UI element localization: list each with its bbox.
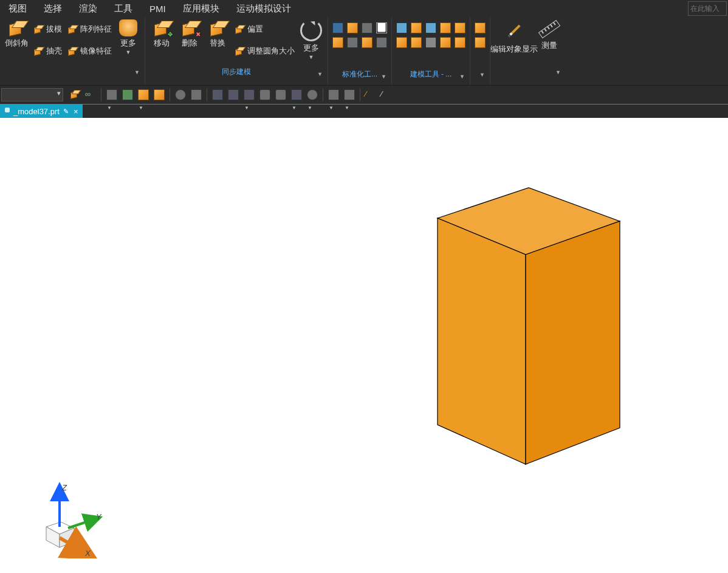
qa-icon-layer2[interactable] (122, 89, 133, 100)
qa-icon-view1[interactable] (175, 89, 186, 100)
chamfer-button[interactable]: 倒斜角 (2, 18, 30, 49)
mod-icon-4[interactable] (440, 22, 451, 33)
feature-more-button[interactable]: 更多▼ (114, 18, 142, 58)
std-icon-2[interactable] (347, 22, 358, 33)
shell-icon (33, 46, 43, 56)
draft-icon (33, 24, 43, 34)
std-icon-6[interactable] (347, 37, 358, 48)
offset-icon (234, 24, 244, 34)
move-icon: ✥ (152, 19, 171, 36)
qa-icon-render1[interactable] (259, 89, 270, 100)
adjust-fillet-label: 调整圆角大小 (247, 46, 295, 57)
part-icon (4, 107, 12, 115)
separator (360, 88, 360, 101)
feature-more-label: 更多▼ (120, 39, 136, 57)
qa-icon-render2[interactable] (275, 89, 286, 100)
menu-motion-sim[interactable]: 运动模拟设计 (228, 1, 300, 17)
mod-icon-6[interactable] (396, 37, 407, 48)
adjust-fillet-button[interactable]: 调整圆角大小 (232, 40, 297, 62)
mod-icon-8[interactable] (425, 37, 436, 48)
menu-view[interactable]: 视图 (0, 1, 35, 17)
mirror-feature-button[interactable]: 镜像特征 (64, 40, 114, 62)
qa-icon-wcs2[interactable]: ▼ (344, 89, 355, 100)
axis-z-label: Z (61, 483, 67, 492)
menu-tools[interactable]: 工具 (106, 1, 141, 17)
asm-icon-1[interactable] (475, 22, 486, 33)
measure-label: 测量 (541, 41, 557, 50)
svg-marker-2 (526, 221, 620, 464)
mirror-icon (67, 46, 77, 56)
menu-render[interactable]: 渲染 (70, 1, 106, 17)
command-finder-input[interactable] (688, 1, 727, 16)
qa-icon-brush[interactable]: ∕ (365, 89, 376, 100)
menu-select[interactable]: 选择 (35, 1, 70, 17)
mod-icon-2[interactable] (411, 22, 422, 33)
mod-icon-10[interactable] (455, 37, 465, 48)
svg-line-7 (68, 520, 94, 528)
refresh-icon (300, 19, 322, 41)
qa-icon-fit1[interactable] (212, 89, 223, 100)
measure-button[interactable]: 测量 (535, 18, 563, 51)
separator (323, 88, 323, 101)
move-button[interactable]: ✥ 移动 (148, 18, 176, 49)
ribbon-group-feature: 倒斜角 拔模 抽壳 ∷ 阵列特征 (0, 17, 145, 85)
qa-icon-shade1[interactable]: ▼ (307, 89, 318, 100)
qa-icon-layer3[interactable]: ▼ (138, 89, 149, 100)
std-icon-4[interactable] (376, 22, 387, 33)
view-triad[interactable]: Z Y X (27, 479, 106, 558)
qa-icon-ruler[interactable]: ∕ (381, 89, 392, 100)
draft-button[interactable]: 拔模 (30, 18, 64, 40)
mirror-label: 镜像特征 (80, 46, 112, 57)
shell-button[interactable]: 抽壳 (30, 40, 64, 62)
mod-icon-3[interactable] (425, 22, 436, 33)
std-icon-7[interactable] (362, 37, 373, 48)
ribbon-caption-sync: 同步建模▼ (148, 64, 325, 81)
offset-button[interactable]: 偏置 (232, 18, 297, 40)
std-icon-3[interactable] (362, 22, 373, 33)
qa-icon-fit2[interactable] (228, 89, 239, 100)
menu-pmi[interactable]: PMI (141, 1, 174, 16)
tab-close-button[interactable]: × (74, 107, 78, 116)
document-tab[interactable]: _model37.prt ✎ × (0, 105, 83, 118)
graphics-viewport[interactable]: Z Y X (0, 118, 728, 573)
adjust-fillet-icon (234, 46, 244, 56)
asm-icon-2[interactable] (475, 37, 486, 48)
edit-display-label: 编辑对象显示 (490, 45, 538, 53)
replace-button[interactable]: 替换 (204, 18, 232, 49)
sync-more-button[interactable]: 更多▼ (297, 18, 325, 63)
pattern-feature-button[interactable]: ∷ 阵列特征 (64, 18, 114, 40)
separator (170, 88, 170, 101)
std-icon-5[interactable] (332, 37, 343, 48)
separator (207, 88, 207, 101)
svg-marker-1 (438, 218, 526, 464)
delete-button[interactable]: ✖ 删除 (176, 18, 204, 49)
qa-icon-layer4[interactable] (154, 89, 165, 100)
menu-app-modules[interactable]: 应用模块 (174, 1, 228, 17)
edit-object-display-button[interactable]: 编辑对象显示 (493, 18, 535, 55)
menubar: 视图 选择 渲染 工具 PMI 应用模块 运动模拟设计 (0, 0, 728, 17)
ribbon-group-modeling: 建模工具 - ...▼ (392, 17, 470, 85)
mod-icon-9[interactable] (440, 37, 451, 48)
replace-label: 替换 (210, 39, 225, 47)
modified-indicator-icon: ✎ (63, 108, 69, 115)
selection-filter-combo[interactable] (1, 88, 63, 101)
document-filename: _model37.prt (13, 107, 60, 116)
ribbon: 倒斜角 拔模 抽壳 ∷ 阵列特征 (0, 17, 728, 86)
draft-label: 拔模 (46, 24, 62, 35)
sync-more-label: 更多▼ (303, 44, 319, 61)
model-block[interactable] (377, 185, 638, 476)
more-icon (119, 19, 137, 36)
qa-icon-layer1[interactable]: ▼ (106, 89, 117, 100)
delete-label: 删除 (182, 39, 197, 47)
qa-icon-link[interactable]: ∞ (85, 89, 96, 100)
qa-icon-fit3[interactable]: ▼ (244, 89, 255, 100)
qa-icon-wcs1[interactable]: ▼ (328, 89, 339, 100)
mod-icon-5[interactable] (455, 22, 465, 33)
std-icon-1[interactable] (332, 22, 343, 33)
std-icon-8[interactable] (376, 37, 387, 48)
qa-icon-render3[interactable]: ▼ (291, 89, 302, 100)
qa-icon-view2[interactable] (191, 89, 202, 100)
mod-icon-7[interactable] (411, 37, 422, 48)
qa-icon-cube[interactable] (69, 89, 80, 100)
mod-icon-1[interactable] (396, 22, 407, 33)
